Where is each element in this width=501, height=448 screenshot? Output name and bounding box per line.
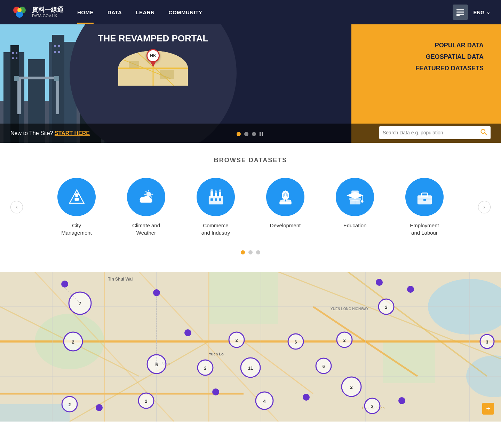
browse-dot-2[interactable] [248,250,253,254]
svg-text:2: 2 [343,338,346,343]
category-city-management[interactable]: CityManagement [52,178,101,236]
svg-rect-23 [58,45,60,47]
svg-text:7: 7 [79,301,81,306]
category-development[interactable]: Development [261,178,310,229]
geospatial-data-link[interactable]: GEOSPATIAL DATA [426,53,484,61]
climate-weather-icon-circle [127,178,165,216]
search-bar [379,126,491,139]
svg-text:2: 2 [385,305,388,310]
pause-button[interactable] [260,132,264,136]
svg-text:11: 11 [248,366,253,371]
nav-learn[interactable]: LEARN [136,1,154,24]
factory-icon [206,188,225,207]
browse-carousel-dots [0,250,501,254]
svg-text:2: 2 [204,366,207,371]
start-here: New to The Site? START HERE [10,130,90,136]
hero-bottom-bar: New to The Site? START HERE [0,124,501,143]
svg-text:Yuen Lo: Yuen Lo [209,352,224,356]
map-zoom-button[interactable]: + [482,403,494,415]
svg-rect-20 [12,57,14,59]
svg-rect-86 [209,272,278,324]
construction-icon [67,188,86,207]
cloud-sun-icon [137,188,156,207]
graduation-icon [345,188,365,207]
nav-right: ENG ⌄ [453,5,491,20]
svg-rect-19 [16,52,17,54]
category-education[interactable]: Education [331,178,379,229]
category-carousel: ‹ CityManagement [0,178,501,236]
search-icon [480,128,487,135]
svg-rect-55 [140,199,152,203]
category-climate-weather[interactable]: Climate andWeather [122,178,170,236]
svg-text:3: 3 [486,340,488,345]
svg-rect-64 [215,198,217,201]
seedling-icon [276,188,295,207]
dot-1[interactable] [237,132,241,136]
search-button[interactable] [480,128,487,137]
employment-labour-icon-circle [405,178,444,216]
svg-rect-30 [54,76,59,81]
svg-rect-42 [74,198,79,201]
browse-title: BROWSE DATASETS [0,157,501,164]
employment-labour-label: Employmentand Labour [410,222,439,236]
development-icon-circle [266,178,304,216]
map-background: Tin Shui Wai Yuen Lo YUEN LONG HIGHWAY H… [0,272,501,422]
logo-icon [10,3,29,21]
svg-rect-72 [351,190,359,196]
education-label: Education [343,222,367,229]
popular-data-link[interactable]: POPULAR DATA [435,42,484,49]
svg-rect-63 [210,198,213,201]
map-pin: HK [146,49,160,67]
svg-text:2: 2 [236,338,238,343]
nav-links: HOME DATA LEARN COMMUNITY [77,1,453,24]
hero-carousel-dots [237,132,264,136]
pin-label: HK [146,49,160,62]
city-management-icon-circle [57,178,96,216]
svg-rect-36 [129,61,139,68]
svg-point-68 [282,190,289,200]
svg-rect-21 [16,57,17,59]
dot-2[interactable] [244,132,248,136]
menu-button[interactable] [453,5,468,20]
start-here-link[interactable]: START HERE [55,130,90,136]
development-label: Development [270,222,301,229]
pin-tail [150,62,156,67]
svg-text:YUEN LONG HIGHWAY: YUEN LONG HIGHWAY [331,307,368,311]
search-input[interactable] [383,130,480,135]
nav-home[interactable]: HOME [77,1,94,24]
svg-text:2: 2 [69,402,71,407]
carousel-left-arrow[interactable]: ‹ [10,201,23,213]
hero-title: THE REVAMPED PORTAL [98,33,208,44]
map-section: Tin Shui Wai Yuen Lo YUEN LONG HIGHWAY H… [0,272,501,422]
svg-line-39 [485,133,486,134]
svg-rect-29 [14,76,19,81]
dot-3[interactable] [252,132,256,136]
svg-text:4: 4 [263,399,266,404]
svg-rect-66 [279,202,291,204]
commerce-industry-label: Commerceand Industry [201,222,230,236]
commerce-industry-icon-circle [197,178,235,216]
svg-line-50 [145,191,146,192]
browse-dot-3[interactable] [256,250,260,254]
carousel-right-arrow[interactable]: › [478,201,491,213]
language-button[interactable]: ENG ⌄ [473,9,491,15]
svg-point-61 [215,190,216,192]
categories-row: CityManagement [52,178,449,236]
featured-datasets-link[interactable]: FEATURED DATASETS [415,65,484,72]
svg-rect-37 [160,70,174,79]
svg-rect-27 [17,79,21,114]
svg-text:2: 2 [145,399,148,404]
svg-rect-22 [54,45,56,47]
svg-rect-26 [17,77,59,79]
svg-rect-6 [456,11,464,13]
svg-rect-87 [383,341,435,383]
logo[interactable]: 資料一線通 DATA.GOV.HK [10,3,63,21]
nav-data[interactable]: DATA [108,1,122,24]
new-to-site-text: New to The Site? [10,130,53,136]
category-employment-labour[interactable]: Employmentand Labour [400,178,449,236]
nav-community[interactable]: COMMUNITY [169,1,202,24]
category-commerce-industry[interactable]: Commerceand Industry [191,178,240,236]
browse-dot-1[interactable] [241,250,245,254]
svg-point-74 [361,200,363,203]
svg-rect-28 [56,79,59,114]
